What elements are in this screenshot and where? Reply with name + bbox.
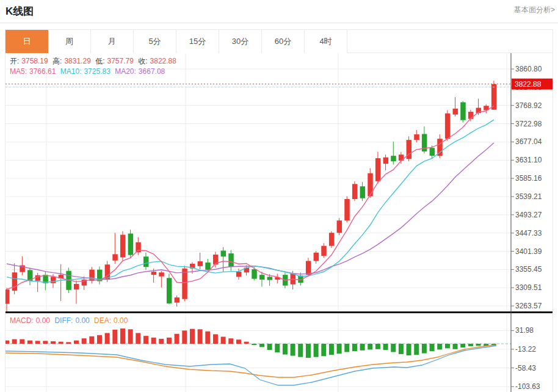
- current-price-tag: 3822.88: [512, 79, 553, 90]
- page-header: K线图 基本面分析>: [0, 0, 558, 23]
- ma5-line: [7, 106, 494, 289]
- candle: [337, 220, 342, 233]
- candle: [329, 233, 335, 245]
- low-value: 3757.79: [107, 57, 134, 65]
- candle: [182, 269, 187, 299]
- candle: [306, 261, 311, 275]
- period-tabs: 日 周 月 5分 15分 30分 60分 4时: [5, 30, 553, 53]
- tab-day[interactable]: 日: [5, 30, 48, 53]
- candle: [74, 284, 79, 289]
- candle: [314, 253, 319, 261]
- panel-separator: [5, 311, 553, 313]
- candle: [252, 269, 257, 279]
- ma10-value: 3725.83: [84, 67, 110, 76]
- candle: [228, 253, 234, 267]
- candle: [167, 278, 172, 303]
- svg-text:3631.10: 3631.10: [515, 156, 542, 164]
- ohlc-readout: 开:3758.19 高:3831.29 低:3757.79 收:3822.88: [10, 56, 179, 67]
- candle: [344, 199, 350, 220]
- candle: [383, 158, 389, 164]
- candle: [360, 186, 366, 198]
- svg-text:3263.57: 3263.57: [515, 302, 542, 310]
- macd-readout: MACD:0.00 DIFF:0.00 DEA:0.00: [10, 316, 130, 325]
- high-label: 高:: [53, 57, 62, 65]
- candle: [12, 272, 18, 291]
- svg-text:3447.33: 3447.33: [515, 229, 542, 238]
- y-axis-labels: 3860.803814.863768.923722.983677.043631.…: [511, 65, 542, 391]
- candle: [368, 173, 373, 197]
- candle: [391, 156, 396, 161]
- ma20-value: 3667.08: [139, 67, 165, 76]
- candle: [491, 84, 497, 110]
- svg-text:3822.88: 3822.88: [515, 80, 542, 89]
- svg-text:3355.45: 3355.45: [515, 265, 542, 274]
- dea-label: DEA:: [94, 316, 111, 325]
- candle: [321, 246, 327, 256]
- candle: [352, 184, 358, 199]
- candle: [221, 250, 226, 256]
- svg-text:3493.27: 3493.27: [515, 211, 542, 219]
- macd-label: MACD:: [10, 316, 34, 325]
- candle: [51, 277, 56, 283]
- candle: [112, 254, 118, 260]
- candle: [468, 112, 474, 119]
- tab-week[interactable]: 周: [48, 30, 91, 53]
- candle: [5, 289, 10, 303]
- candle: [198, 261, 203, 266]
- svg-text:-58.43: -58.43: [515, 364, 536, 372]
- svg-text:3677.04: 3677.04: [515, 137, 542, 146]
- candle: [120, 234, 126, 257]
- grid-lines: [5, 53, 511, 392]
- svg-text:3539.21: 3539.21: [515, 192, 542, 201]
- candle: [430, 148, 435, 156]
- svg-text:3585.16: 3585.16: [515, 174, 542, 183]
- open-value: 3758.19: [21, 57, 48, 65]
- chart-canvas[interactable]: 3860.803814.863768.923722.983677.043631.…: [5, 53, 553, 392]
- tab-60min[interactable]: 60分: [262, 30, 305, 53]
- candle: [453, 109, 458, 115]
- candle: [175, 297, 180, 302]
- candle: [89, 270, 95, 281]
- macd-value: 0.00: [36, 316, 50, 325]
- svg-text:3401.39: 3401.39: [515, 247, 542, 256]
- tab-15min[interactable]: 15分: [176, 30, 219, 53]
- tab-5min[interactable]: 5分: [134, 30, 176, 53]
- candle: [259, 275, 265, 280]
- tab-30min[interactable]: 30分: [219, 30, 262, 53]
- close-label: 收:: [138, 57, 147, 65]
- high-value: 3831.29: [64, 57, 90, 65]
- candle: [460, 102, 466, 120]
- svg-text:3722.98: 3722.98: [515, 120, 542, 128]
- diff-value: 0.00: [75, 316, 89, 325]
- candle: [375, 158, 381, 181]
- candle: [205, 263, 211, 270]
- diff-label: DIFF:: [54, 316, 73, 325]
- close-value: 3822.88: [150, 57, 176, 65]
- candle: [445, 114, 451, 139]
- svg-text:3860.80: 3860.80: [515, 65, 542, 73]
- candle: [414, 134, 419, 140]
- svg-text:31.98: 31.98: [515, 326, 534, 335]
- svg-text:3768.92: 3768.92: [515, 101, 542, 110]
- kline-panel: 日 周 月 5分 15分 30分 60分 4时 3860.803814.8637…: [5, 29, 553, 392]
- ma5-value: 3766.61: [29, 67, 56, 76]
- candle: [159, 272, 164, 276]
- candle: [151, 272, 157, 275]
- svg-text:3309.51: 3309.51: [515, 283, 542, 292]
- tab-4hour[interactable]: 4时: [305, 30, 347, 53]
- candle: [128, 234, 134, 255]
- tab-month[interactable]: 月: [91, 30, 134, 53]
- svg-text:-103.63: -103.63: [515, 382, 540, 391]
- low-label: 低:: [95, 57, 104, 65]
- candle: [136, 242, 141, 252]
- ma-readout: MA5:3766.61 MA10:3725.83 MA20:3667.08: [10, 67, 167, 76]
- fundamental-analysis-link[interactable]: 基本面分析>: [514, 5, 555, 15]
- candle: [267, 277, 273, 280]
- kline-chart[interactable]: 3860.803814.863768.923722.983677.043631.…: [5, 53, 553, 392]
- open-label: 开:: [10, 57, 19, 65]
- ma5-label: MA5:: [10, 67, 27, 76]
- ma20-label: MA20:: [115, 67, 136, 76]
- candle: [143, 256, 149, 267]
- ma10-line: [7, 120, 494, 282]
- svg-text:-13.22: -13.22: [515, 345, 536, 354]
